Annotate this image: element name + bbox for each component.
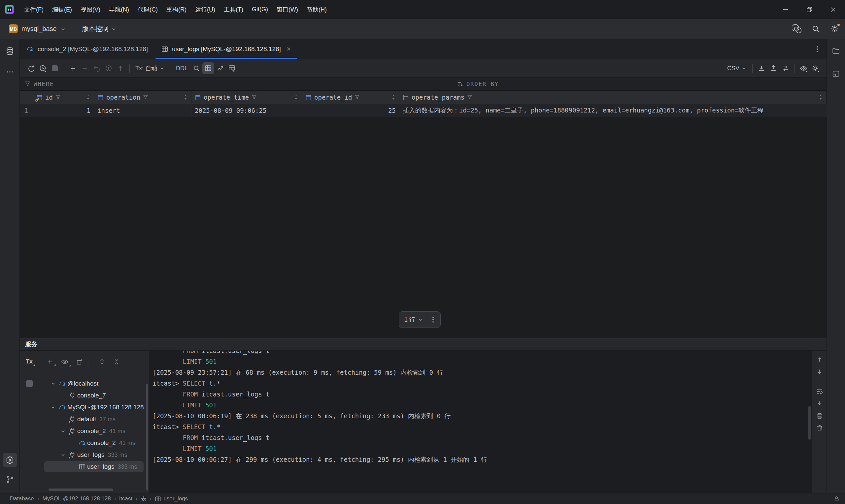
menu-item[interactable]: 导航(N) <box>105 0 133 19</box>
column-header-operation[interactable]: operation <box>94 91 191 104</box>
search-icon[interactable] <box>811 24 820 33</box>
tool-window-layout-icon[interactable] <box>832 70 840 78</box>
tree-item-console_2[interactable]: console_241 ms <box>39 437 149 449</box>
version-control-tool-icon[interactable] <box>6 475 14 484</box>
minimize-button[interactable] <box>774 0 797 19</box>
menu-item[interactable]: 代码(C) <box>133 0 162 19</box>
ai-assistant-icon[interactable] <box>793 24 802 33</box>
scroll-to-end-icon[interactable] <box>816 400 823 407</box>
expand-all-icon[interactable] <box>99 358 106 365</box>
lock-icon[interactable] <box>833 496 840 502</box>
tree-vertical-scrollbar[interactable] <box>146 384 148 490</box>
print-icon[interactable] <box>816 412 823 419</box>
soft-wrap-icon[interactable] <box>816 388 823 395</box>
breadcrumb-item[interactable]: user_logs <box>155 496 188 502</box>
auto-refresh-clock-icon[interactable] <box>37 62 49 74</box>
cell-operate_params[interactable]: 插入的数据内容为：id=25, name=二皇子, phone=18809091… <box>399 104 827 117</box>
scroll-up-icon[interactable] <box>816 356 823 363</box>
export-download-icon[interactable] <box>756 62 768 74</box>
maximize-button[interactable] <box>797 0 821 19</box>
editor-tab[interactable]: user_logs [MySQL-@192.168.128.128] <box>155 39 298 59</box>
breadcrumb-item[interactable]: Database <box>10 496 34 502</box>
cell-id[interactable]: 1 <box>33 104 94 117</box>
editor-tab[interactable]: console_2 [MySQL-@192.168.128.128] <box>20 39 155 59</box>
add-icon[interactable] <box>46 358 53 365</box>
settings-gear-icon[interactable] <box>830 24 839 33</box>
menu-item[interactable]: 重构(R) <box>162 0 191 19</box>
services-tool-icon[interactable] <box>3 453 17 467</box>
chevron-down-icon[interactable] <box>59 452 67 457</box>
reload-data-icon[interactable] <box>25 62 37 74</box>
column-filter-icon[interactable] <box>143 95 148 100</box>
tx-mode-dropdown[interactable]: Tx: 自动 <box>133 64 167 72</box>
breadcrumb-item[interactable]: itcast <box>119 496 133 502</box>
preview-eye-icon[interactable] <box>797 62 809 74</box>
view-options-icon[interactable] <box>203 62 214 74</box>
column-filter-icon[interactable] <box>251 95 257 100</box>
compare-icon[interactable] <box>779 62 791 74</box>
cell-operate_id[interactable]: 25 <box>302 104 399 117</box>
menu-item[interactable]: 文件(F) <box>20 0 48 19</box>
column-header-id[interactable]: id <box>33 91 94 104</box>
column-filter-icon[interactable] <box>354 95 360 100</box>
pagination-kebab-icon[interactable] <box>431 319 435 320</box>
menu-item[interactable]: 编辑(E) <box>48 0 76 19</box>
services-console-output[interactable]: FROM itcast.user_logs t LIMIT 501[2025-0… <box>149 350 812 493</box>
vcs-widget[interactable]: 版本控制 <box>82 24 117 33</box>
add-row-icon[interactable] <box>67 62 79 74</box>
tx-toggle-icon[interactable]: Tx <box>26 358 33 365</box>
table-row[interactable]: 11insert2025-08-09 09:06:2525插入的数据内容为：id… <box>20 104 827 117</box>
close-tab-icon[interactable] <box>286 46 292 52</box>
folder-tool-icon[interactable] <box>832 47 840 55</box>
cell-operation[interactable]: insert <box>94 104 191 117</box>
ddl-button[interactable]: DDL <box>173 65 191 72</box>
column-header-operate_time[interactable]: operate_time <box>191 91 302 104</box>
project-selector[interactable]: MB mysql_base <box>6 23 68 35</box>
column-sort-icon[interactable] <box>294 94 298 100</box>
where-filter-input[interactable]: WHERE <box>20 77 452 90</box>
menu-item[interactable]: 窗口(W) <box>272 0 302 19</box>
column-sort-icon[interactable] <box>818 94 823 100</box>
clear-trash-icon[interactable] <box>816 425 823 432</box>
chevron-down-icon[interactable] <box>49 405 57 410</box>
tree-horizontal-scrollbar[interactable] <box>49 488 113 491</box>
more-tool-windows-icon[interactable] <box>6 68 14 76</box>
menu-item[interactable]: 工具(T) <box>219 0 248 19</box>
column-filter-icon[interactable] <box>467 95 472 100</box>
menu-item[interactable]: 帮助(H) <box>302 0 331 19</box>
open-in-new-frame-icon[interactable] <box>76 358 84 365</box>
column-filter-icon[interactable] <box>55 95 61 100</box>
tree-item-@localhost[interactable]: @localhost <box>39 378 149 390</box>
breadcrumb-item[interactable]: MySQL-@192.168.128.128 <box>42 496 110 502</box>
database-tool-icon[interactable] <box>6 47 14 55</box>
find-icon[interactable] <box>191 62 203 74</box>
tree-item-default[interactable]: default37 ms <box>39 413 149 425</box>
page-size-dropdown[interactable]: 1 行 <box>404 316 423 324</box>
column-header-operate_params[interactable]: operate_params <box>399 91 827 104</box>
chart-icon[interactable] <box>214 62 226 74</box>
column-sort-icon[interactable] <box>391 94 396 100</box>
tree-item-user_logs[interactable]: user_logs333 ms <box>39 461 149 473</box>
scroll-down-icon[interactable] <box>816 368 823 375</box>
tree-item-MySQL@192.168.128.128[interactable]: MySQL-@192.168.128.128 <box>39 401 149 413</box>
menu-item[interactable]: Git(G) <box>248 0 272 19</box>
collapse-all-icon[interactable] <box>113 358 120 365</box>
table-settings-icon[interactable] <box>226 62 238 74</box>
tree-item-user_logs[interactable]: user_logs333 ms <box>39 449 149 461</box>
breadcrumb-item[interactable]: 表 <box>141 495 146 503</box>
chevron-down-icon[interactable] <box>59 429 67 434</box>
grid-settings-gear-icon[interactable] <box>809 62 821 74</box>
tree-item-console_2[interactable]: console_241 ms <box>39 425 149 437</box>
tree-item-console_7[interactable]: console_7 <box>39 390 149 401</box>
show-options-eye-icon[interactable] <box>61 358 69 366</box>
order-by-input[interactable]: ORDER BY <box>452 77 827 90</box>
menu-item[interactable]: 运行(U) <box>191 0 219 19</box>
export-format-dropdown[interactable]: CSV <box>724 65 749 72</box>
services-panel-title[interactable]: 服务 <box>20 338 827 350</box>
column-header-operate_id[interactable]: operate_id <box>302 91 399 104</box>
column-sort-icon[interactable] <box>183 94 188 100</box>
column-sort-icon[interactable] <box>86 94 90 100</box>
close-button[interactable] <box>821 0 845 19</box>
console-vertical-scrollbar[interactable] <box>808 406 811 440</box>
import-upload-icon[interactable] <box>768 62 779 74</box>
